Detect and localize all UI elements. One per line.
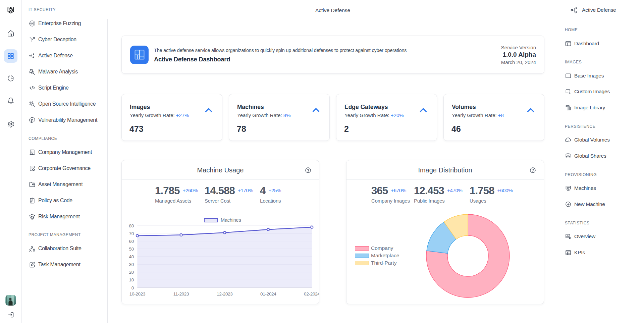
svg-text:10: 10	[129, 277, 134, 282]
svg-text:30: 30	[129, 262, 134, 267]
svg-text:50: 50	[129, 247, 134, 252]
svg-text:11-2023: 11-2023	[173, 291, 189, 297]
svg-text:20: 20	[129, 270, 134, 275]
svg-text:12-2023: 12-2023	[217, 291, 232, 297]
svg-text:40: 40	[129, 254, 134, 259]
svg-text:0: 0	[131, 285, 134, 290]
svg-text:01-2024: 01-2024	[260, 291, 276, 297]
svg-text:70: 70	[129, 231, 134, 236]
svg-text:02-2024: 02-2024	[304, 291, 319, 297]
svg-text:80: 80	[129, 223, 134, 228]
svg-text:10-2023: 10-2023	[129, 291, 145, 297]
svg-text:60: 60	[129, 239, 134, 244]
